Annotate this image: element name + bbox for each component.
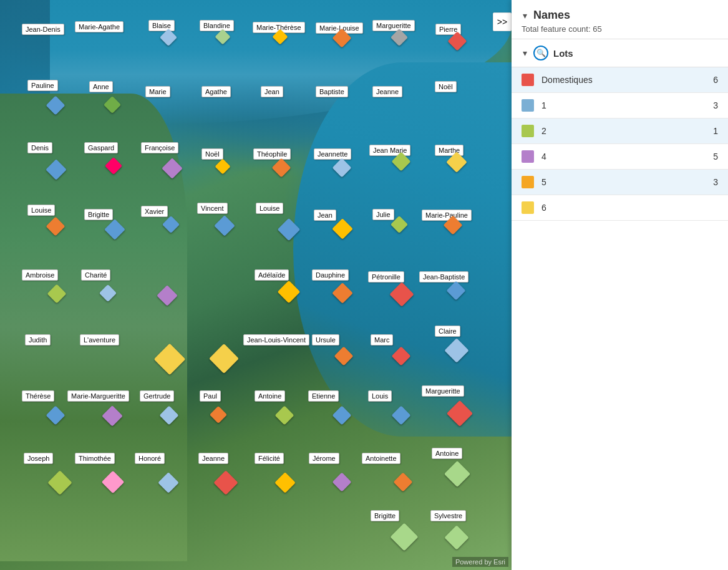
legend-count-1: 3 — [713, 100, 718, 110]
legend-item-4[interactable]: 53 — [512, 170, 728, 195]
map-label-margueritte-top: Margueritte — [372, 20, 415, 31]
panel-title-row: ▾ Names — [522, 9, 718, 22]
feature-count-value: 65 — [593, 24, 601, 34]
map-label-jeanne: Jeanne — [372, 86, 402, 97]
panel-title: Names — [533, 9, 570, 22]
map-label-antoine-bot: Antoine — [432, 448, 462, 459]
legend-swatch-2 — [522, 125, 534, 137]
map-label-brigitte: Brigitte — [84, 209, 113, 220]
legend-label-5: 6 — [541, 203, 711, 213]
map-label-marie: Marie — [145, 86, 170, 97]
legend-label-4: 5 — [541, 177, 706, 187]
map-label-honore: Honoré — [135, 453, 165, 464]
map-label-vincent: Vincent — [197, 203, 228, 214]
map-label-gertrude: Gertrude — [140, 390, 174, 402]
map-label-jean-denis: Jean-Denis — [22, 24, 64, 35]
legend-list: Domestiques6132145536 — [512, 67, 728, 570]
map-label-jean-right: Jean — [314, 210, 336, 221]
legend-item-2[interactable]: 21 — [512, 118, 728, 144]
legend-swatch-0 — [522, 74, 534, 86]
map-label-pauline: Pauline — [27, 80, 58, 91]
land-left — [0, 94, 187, 561]
map-label-thimothee: Thimothée — [75, 453, 115, 464]
map-label-denis: Denis — [27, 142, 52, 153]
legend-label-0: Domestiques — [541, 75, 706, 85]
map-label-jean-louis-vincent: Jean-Louis-Vincent — [243, 334, 309, 345]
map-label-sylvestre: Sylvestre — [430, 510, 466, 521]
legend-item-3[interactable]: 45 — [512, 144, 728, 170]
search-icon: 🔍 — [533, 46, 548, 60]
map-label-theophile: Théophile — [253, 148, 291, 160]
legend-label-2: 2 — [541, 126, 706, 136]
map-label-jeanne-bot: Jeanne — [198, 453, 228, 464]
legend-count-3: 5 — [713, 152, 718, 162]
legend-count-4: 3 — [713, 177, 718, 187]
map-area[interactable]: Jean-DenisMarie-AgatheBlaiseBlandineMari… — [0, 0, 512, 570]
map-label-marie-margueritte: Marie-Margueritte — [67, 390, 129, 402]
map-label-charite: Charité — [81, 269, 110, 281]
legend-count-0: 6 — [713, 75, 718, 85]
legend-label-1: 1 — [541, 100, 706, 110]
map-label-anne: Anne — [89, 81, 113, 92]
map-label-marie-agathe: Marie-Agathe — [75, 21, 124, 32]
esri-credit: Powered by Esri — [452, 557, 508, 567]
map-label-margueritte-bot: Margueritte — [422, 385, 464, 397]
map-label-laventure: L'aventure — [80, 334, 119, 345]
map-label-etienne: Etienne — [308, 390, 339, 402]
map-label-marc: Marc — [371, 334, 393, 345]
legend-item-0[interactable]: Domestiques6 — [512, 67, 728, 93]
map-label-ursule: Ursule — [312, 334, 339, 345]
map-label-jeannette: Jeannette — [314, 148, 351, 160]
map-label-marie-pauline: Marie-Pauline — [422, 210, 472, 221]
legend-label-3: 4 — [541, 152, 706, 162]
map-label-judith: Judith — [25, 334, 51, 345]
feature-count-label: Total feature count: — [522, 24, 591, 34]
panel-toggle-button[interactable]: >> — [493, 12, 512, 31]
legend-swatch-1 — [522, 99, 534, 112]
feature-count-row: Total feature count: 65 — [522, 24, 718, 34]
section-title: Lots — [553, 48, 573, 59]
map-label-paul: Paul — [200, 390, 221, 402]
map-label-adelaide: Adélaïde — [255, 269, 289, 281]
map-label-petronille: Pétronille — [368, 271, 404, 283]
legend-swatch-4 — [522, 176, 534, 188]
map-label-julie: Julie — [372, 209, 394, 220]
section-collapse-button[interactable]: ▾ — [522, 47, 528, 59]
map-label-jerome: Jérome — [309, 453, 339, 464]
panel-collapse-button[interactable]: ▾ — [522, 9, 528, 22]
section-header: ▾ 🔍 Lots — [512, 39, 728, 67]
map-label-noel-top: Noël — [435, 81, 457, 92]
map-label-claire: Claire — [435, 326, 460, 337]
map-label-noel-mid: Noël — [201, 148, 223, 160]
map-label-antoine-mid: Antoine — [255, 390, 285, 402]
panel-header: ▾ Names Total feature count: 65 — [512, 0, 728, 39]
map-label-louise-right: Louise — [256, 203, 283, 214]
water-right — [293, 62, 512, 437]
map-label-brigitte-bot: Brigitte — [371, 510, 399, 521]
map-label-joseph: Joseph — [24, 453, 53, 464]
legend-item-1[interactable]: 13 — [512, 93, 728, 118]
map-label-antoinette: Antoinette — [362, 453, 400, 464]
map-label-francoise: Françoise — [141, 142, 178, 153]
legend-swatch-5 — [522, 201, 534, 214]
map-label-blaise: Blaise — [148, 20, 175, 31]
map-label-therese: Thérèse — [22, 390, 54, 402]
map-label-louis: Louis — [368, 390, 392, 402]
map-label-jean-marie: Jean Marie — [369, 145, 410, 156]
map-label-blandine: Blandine — [200, 20, 234, 31]
map-label-jean-baptiste: Jean-Baptiste — [419, 271, 468, 283]
map-label-louise-mid: Louise — [27, 205, 55, 216]
map-label-agathe: Agathe — [201, 86, 231, 97]
legend-item-5[interactable]: 6 — [512, 195, 728, 221]
map-label-baptiste: Baptiste — [316, 86, 348, 97]
map-label-dauphine: Dauphine — [312, 269, 349, 281]
map-label-xavier: Xavier — [141, 206, 168, 217]
map-label-ambroise: Ambroise — [22, 269, 58, 281]
legend-count-2: 1 — [713, 126, 718, 136]
map-label-felicite: Félicité — [255, 453, 284, 464]
side-panel: ▾ Names Total feature count: 65 ▾ 🔍 Lots… — [512, 0, 728, 570]
map-label-jean-mid: Jean — [261, 86, 283, 97]
legend-swatch-3 — [522, 150, 534, 163]
map-label-gaspard: Gaspard — [84, 142, 118, 153]
